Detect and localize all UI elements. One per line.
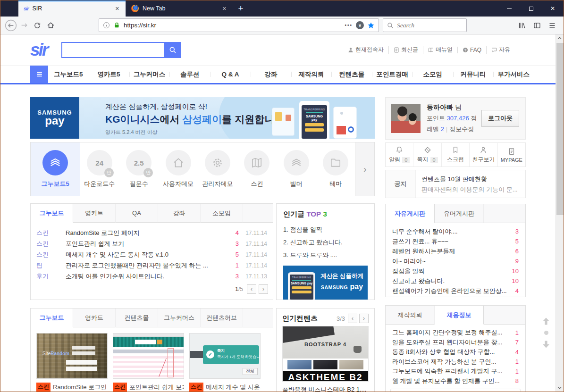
popular-content-caption[interactable]: 풀반응형 비즈니스테마 B2 1.... (282, 385, 369, 392)
https-lock-icon[interactable] (113, 22, 120, 29)
next-page-button[interactable]: › (259, 284, 268, 294)
carousel-item-skin[interactable]: 스킨 (237, 142, 277, 196)
url-bar[interactable]: https://sir.kr ••• ∨ (99, 18, 379, 32)
carousel-item-userdemo[interactable]: 사용자데모 (159, 142, 198, 196)
tab-free-board[interactable]: 자유게시판 (386, 204, 435, 223)
avatar[interactable] (391, 104, 421, 133)
nav-item-pointauction[interactable]: 포인트경매 (372, 66, 412, 83)
popular-item[interactable]: 3. 드루와 드루와 .... (283, 249, 368, 261)
menu-icon[interactable] (546, 19, 559, 32)
post-row[interactable]: 일을 도와주실 프리 웹디자이너분을 찾...7 (392, 338, 519, 348)
nav-item-solution[interactable]: 솔루션 (169, 66, 210, 83)
browser-tab-new[interactable]: New Tab ✕ (126, 0, 233, 17)
post-row[interactable]: 웹 개발 및 유지보수를 할 인재를 구인...8 (392, 376, 519, 386)
carousel-next-button[interactable]: › (355, 142, 374, 196)
reload-button[interactable] (31, 19, 44, 32)
tab-lecture[interactable]: 강좌 (158, 204, 201, 223)
carousel-item-theme[interactable]: 테마 (316, 142, 355, 196)
maximize-button[interactable] (520, 0, 542, 17)
scroll-dot[interactable] (544, 331, 548, 335)
back-button[interactable] (4, 19, 17, 32)
post-row[interactable]: 점심을 일찍10 (392, 266, 519, 276)
nav-item-youngcart5[interactable]: 영카트5 (89, 66, 129, 83)
popular-item[interactable]: 2. 신고하고 왔습니다. (283, 236, 368, 249)
edit-info-link[interactable]: 정보수정 (449, 125, 474, 133)
link-current-users[interactable]: 현재접속자 (343, 46, 388, 54)
carousel-item-builder[interactable]: 빌더 (277, 142, 316, 196)
nav-item-community[interactable]: 커뮤니티 (453, 66, 494, 83)
post-row[interactable]: 글쓰기 완료... 휴~~~5 (392, 236, 519, 246)
popular-content-thumbnail[interactable]: BOOTSTRAP 4 ASKTHEME B2 (282, 326, 369, 382)
browser-tab-sir[interactable]: sir SIR ✕ (18, 0, 126, 17)
site-search-input[interactable] (61, 42, 164, 58)
tab-youngcart[interactable]: 영카트 (73, 204, 116, 223)
post-row[interactable]: 신고하고 왔습니다.10 (392, 276, 519, 286)
post-row[interactable]: 그느 홈페이지 간단수정및 보정 해주실...1 (392, 328, 519, 338)
showcase-item[interactable]: ✓쪽지쪽지가 1개 도착 하엿습니 전체 스킨메세지 개수 및 사운드 ... (189, 333, 261, 392)
minimize-button[interactable] (498, 0, 520, 17)
popular-item[interactable]: 1. 점심을 일찍 (283, 223, 368, 236)
nav-item-extra[interactable]: 부가서비스 (493, 66, 534, 83)
notice-links[interactable]: 컨텐츠몰 10월 판매현황 판매자센터의 이용문의 기능이 문... (416, 170, 525, 198)
site-logo[interactable]: sir (30, 41, 47, 58)
nav-item-qna[interactable]: Q & A (210, 66, 251, 83)
prev-page-button[interactable]: ‹ (348, 314, 357, 323)
url-text[interactable]: https://sir.kr (124, 22, 341, 29)
logout-button[interactable]: 로그아웃 (481, 110, 519, 127)
page-actions-icon[interactable]: ••• (345, 23, 353, 28)
carousel-item-downloads[interactable]: 24만 다운로드수 (80, 142, 119, 196)
pocket-icon[interactable]: ∨ (356, 21, 364, 29)
tab-qa[interactable]: QA (116, 204, 158, 223)
carousel-item-gnuboard5[interactable]: 그누보드5 (31, 142, 80, 196)
post-row[interactable]: 라이브스코어 제작 가능하신 분 구인...1 (392, 357, 519, 367)
board-row[interactable]: 스킨RandomSite 로그인 페이지417.11.14 (36, 227, 267, 238)
forward-button[interactable] (17, 19, 31, 32)
link-faq[interactable]: ? FAQ (457, 47, 486, 53)
tab-contentmall[interactable]: 컨텐츠몰 (116, 309, 158, 327)
tab-job-info[interactable]: 채용정보 (435, 306, 484, 325)
samsungpay-banner[interactable]: SAMSUNG pay 계산은 심플하게, 삼성페이로 샥! KG이니시스에서 … (30, 97, 375, 139)
nav-item-club[interactable]: 소모임 (412, 66, 453, 83)
home-button[interactable] (44, 19, 57, 32)
search-input[interactable] (397, 22, 463, 29)
sidebar-toggle-icon[interactable] (530, 19, 544, 32)
post-row[interactable]: 그누보드에 익숙한 프리랜서 개발자 구...1 (392, 367, 519, 376)
bookmark-star-icon[interactable] (367, 22, 375, 29)
post-row[interactable]: 너무 순수해서 탈이야....3 (392, 226, 519, 236)
tab-gnuboard[interactable]: 그누보드 (31, 309, 73, 327)
nav-item-gnucommerce[interactable]: 그누커머스 (129, 66, 170, 83)
nav-item-request[interactable]: 제작의뢰 (291, 66, 332, 83)
nav-item-contentmall[interactable]: 컨텐츠몰 (331, 66, 372, 83)
close-button[interactable]: ✕ (542, 0, 564, 17)
scroll-down-arrow[interactable] (541, 340, 551, 349)
link-free-board[interactable]: 자유 (486, 46, 515, 54)
prev-page-button[interactable]: ‹ (247, 284, 256, 294)
board-row[interactable]: 팁관리자로 로그인했을때만 관리자만 볼수있게 하는 ...117.11.14 (36, 260, 267, 271)
link-latest-posts[interactable]: 최신글 (388, 46, 423, 54)
mypage-button[interactable]: MYPAGE (497, 143, 525, 167)
post-row[interactable]: 아~ 머리야~9 (392, 256, 519, 266)
scrollbar-up-icon[interactable] (556, 34, 564, 42)
post-row[interactable]: 랜섬웨어가 기승인데 온라인으로 보안상...4 (392, 286, 519, 296)
new-tab-button[interactable]: + (233, 0, 249, 17)
showcase-item[interactable]: 스킨포인트관리 쉽게 보기 (113, 333, 184, 392)
samsungpay-ad-small[interactable]: TRANSFERRINGSAMSUNG pay 계산은 심플하게 SAMSUNG… (283, 266, 368, 300)
board-row[interactable]: 스킨메세지 개수 및 사운드 동시 작동 v.1.0517.11.14 (36, 249, 267, 260)
nav-item-lecture[interactable]: 강좌 (251, 66, 291, 83)
post-row[interactable]: 레벨업 원하시는분들께6 (392, 246, 519, 256)
messages-button[interactable]: 쪽지0 (413, 143, 441, 167)
tab-gnuboard[interactable]: 그누보드 (31, 204, 73, 223)
board-row[interactable]: 스킨포인트관리 쉽게 보기317.11.14 (36, 238, 267, 249)
tab-work-request[interactable]: 제작의뢰 (386, 306, 435, 325)
next-page-button[interactable]: › (359, 314, 369, 323)
scrollbar-thumb[interactable] (556, 43, 564, 215)
tab-close-icon[interactable]: ✕ (220, 5, 229, 13)
tab-humor-board[interactable]: 유머게시판 (435, 204, 484, 223)
post-row[interactable]: 동종 it회사와 상호 협업 대상자 구합...4 (392, 347, 519, 357)
board-row[interactable]: 후기소개팅 어플 인기순위 사이트입니다.317.11.13 (36, 271, 267, 282)
friends-button[interactable]: 친구보기 (469, 143, 497, 167)
showcase-item[interactable]: SiteRandom 스킨RandomSite 로그인 ... (36, 333, 108, 392)
scrap-button[interactable]: 스크랩 (441, 143, 469, 167)
tab-close-icon[interactable]: ✕ (113, 5, 122, 13)
carousel-item-admindemo[interactable]: 관리자데모 (198, 142, 237, 196)
